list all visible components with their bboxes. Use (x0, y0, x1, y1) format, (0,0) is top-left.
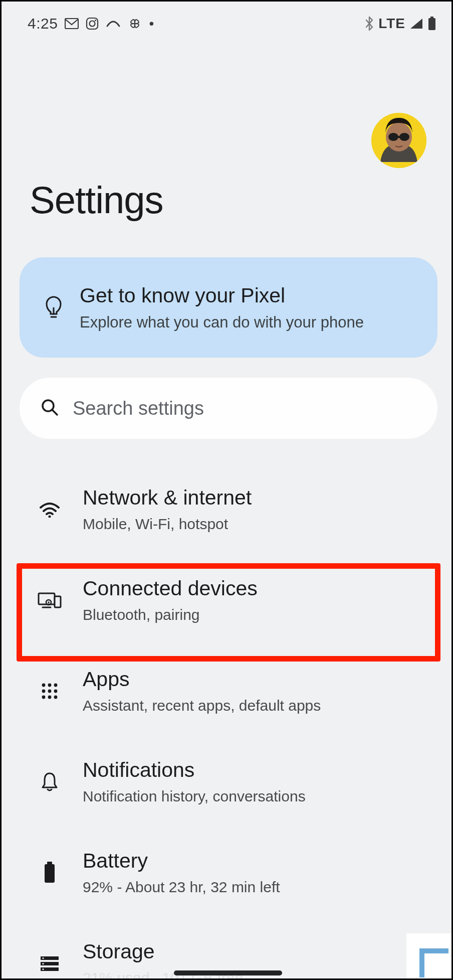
svg-rect-10 (397, 136, 400, 138)
missed-call-icon (106, 19, 121, 28)
row-title: Notifications (83, 758, 431, 782)
svg-point-35 (42, 957, 44, 958)
devices-icon (38, 591, 62, 609)
row-title: Apps (83, 668, 431, 691)
page-title: Settings (30, 178, 163, 222)
svg-point-2 (90, 21, 95, 27)
row-apps[interactable]: Apps Assistant, recent apps, default app… (2, 645, 451, 736)
pinwheel-icon (128, 17, 142, 31)
promo-text: Get to know your Pixel Explore what you … (80, 284, 421, 332)
svg-point-13 (43, 400, 54, 411)
status-bar: 4:25 • LTE (2, 2, 451, 37)
svg-rect-18 (55, 596, 61, 607)
row-title: Network & internet (83, 486, 431, 510)
svg-point-22 (48, 683, 52, 687)
row-connected-devices[interactable]: Connected devices Bluetooth, pairing (2, 555, 451, 645)
bell-icon (38, 771, 62, 792)
row-notifications[interactable]: Notifications Notification history, conv… (2, 736, 451, 827)
svg-point-36 (42, 962, 44, 964)
row-title: Battery (83, 849, 431, 873)
row-title: Connected devices (83, 577, 431, 600)
instagram-icon (86, 17, 99, 30)
svg-rect-1 (87, 18, 98, 29)
svg-rect-5 (428, 18, 435, 30)
status-time: 4:25 (28, 15, 58, 32)
row-battery[interactable]: Battery 92% - About 23 hr, 32 min left (2, 827, 451, 918)
svg-point-26 (54, 689, 58, 693)
row-subtitle: Notification history, conversations (83, 788, 431, 805)
storage-icon (38, 955, 62, 971)
nav-handle[interactable] (174, 970, 282, 975)
bluetooth-icon (364, 16, 374, 31)
signal-icon (409, 18, 423, 30)
row-subtitle: 92% - About 23 hr, 32 min left (83, 879, 431, 896)
svg-point-37 (42, 968, 44, 969)
status-right: LTE (364, 16, 436, 32)
profile-avatar[interactable] (371, 113, 426, 168)
lightbulb-icon (42, 295, 66, 320)
svg-point-24 (42, 689, 46, 693)
settings-list: Network & internet Mobile, Wi-Fi, hotspo… (2, 464, 451, 980)
row-network-internet[interactable]: Network & internet Mobile, Wi-Fi, hotspo… (2, 464, 451, 555)
row-title: Storage (83, 940, 431, 963)
promo-title: Get to know your Pixel (80, 284, 421, 307)
svg-point-9 (399, 133, 409, 141)
svg-point-25 (48, 689, 52, 693)
svg-point-28 (48, 695, 52, 699)
svg-line-14 (53, 410, 57, 415)
search-placeholder: Search settings (73, 398, 204, 419)
svg-point-3 (95, 20, 96, 21)
svg-rect-30 (47, 862, 52, 864)
svg-rect-4 (430, 17, 433, 18)
row-subtitle: Assistant, recent apps, default apps (83, 697, 431, 714)
wifi-icon (38, 502, 62, 518)
row-subtitle: Mobile, Wi-Fi, hotspot (83, 516, 431, 533)
gmail-icon (65, 18, 79, 29)
search-icon (41, 398, 59, 418)
svg-point-21 (42, 683, 46, 687)
svg-point-27 (42, 695, 46, 699)
promo-subtitle: Explore what you can do with your phone (80, 313, 421, 332)
battery-icon (427, 17, 436, 31)
search-settings[interactable]: Search settings (20, 378, 437, 439)
apps-icon (38, 683, 62, 700)
status-network-label: LTE (378, 16, 405, 32)
watermark (406, 933, 451, 978)
battery-full-icon (38, 862, 62, 884)
row-subtitle: Bluetooth, pairing (83, 606, 431, 623)
svg-rect-31 (45, 864, 55, 883)
svg-point-29 (54, 695, 58, 699)
status-left: 4:25 • (28, 15, 154, 32)
svg-point-23 (54, 683, 58, 687)
svg-point-20 (48, 601, 50, 603)
promo-card[interactable]: Get to know your Pixel Explore what you … (20, 257, 437, 358)
svg-point-8 (388, 133, 398, 141)
svg-point-15 (49, 515, 51, 518)
